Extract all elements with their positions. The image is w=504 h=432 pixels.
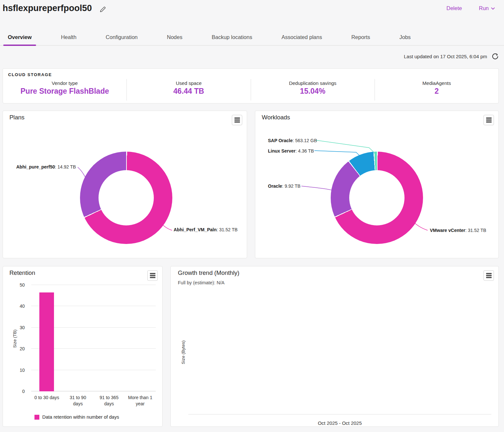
tab-health[interactable]: Health [56, 29, 81, 46]
stat-value: 46.44 TB [127, 87, 250, 96]
y-tick-label: 10 [20, 368, 25, 373]
workloads-slice-label: SAP Oracle: 563.12 GB [268, 138, 317, 143]
x-category-label: 91 to 365 days [94, 395, 125, 407]
plans-menu-button[interactable] [232, 115, 242, 125]
retention-legend[interactable]: Data retention within number of days [34, 414, 119, 420]
retention-title: Retention [9, 269, 35, 277]
stat-value: Pure Storage FlashBlade [3, 87, 126, 96]
growth-trend-menu-button[interactable] [484, 270, 494, 281]
legend-swatch [34, 415, 39, 420]
cloud-storage-stats: Vendor type Pure Storage FlashBlade Used… [3, 79, 498, 101]
tab-reports[interactable]: Reports [347, 29, 375, 46]
workloads-slice-label: Oracle: 9.92 TB [268, 183, 300, 189]
tab-jobs[interactable]: Jobs [395, 29, 415, 46]
stat-label: Vendor type [3, 80, 126, 86]
workloads-slice-label: VMware vCenter: 31.52 TB [430, 228, 486, 233]
x-category-label: 31 to 90 days [62, 395, 94, 407]
plans-slice-label: Abhi_pure_perf50: 14.92 TB [16, 164, 76, 169]
cloud-storage-heading: CLOUD STORAGE [8, 72, 52, 77]
last-updated-text: Last updated on 17 Oct 2025, 6:04 pm [404, 54, 487, 59]
run-button-label: Run [479, 5, 489, 11]
workloads-slice-label: Linux Server: 4.36 TB [268, 148, 314, 154]
delete-button[interactable]: Delete [446, 5, 462, 11]
plans-slice-label: Abhi_Perf_VM_Paln: 31.52 TB [174, 227, 238, 232]
chevron-down-icon [491, 7, 495, 10]
plans-donut-chart[interactable] [80, 152, 172, 244]
y-tick-label: 30 [20, 325, 25, 330]
retention-plot-area [31, 285, 156, 391]
retention-x-categories: 0 to 30 days31 to 90 days91 to 365 daysM… [31, 395, 156, 407]
stat-dedup-savings: Deduplication savings 15.04% [251, 79, 375, 101]
edit-title-icon[interactable] [99, 6, 106, 13]
workloads-menu-button[interactable] [484, 115, 494, 125]
growth-x-axis-label: Oct 2025 - Oct 2025 [188, 420, 491, 426]
plans-panel: Plans Abhi_pure_perf50: 14.92 TB Abhi_Pe… [3, 111, 247, 258]
y-tick-label: 50 [20, 282, 25, 288]
growth-full-by-estimate: Full by (estimate): N/A [178, 280, 224, 285]
delete-button-label: Delete [446, 5, 462, 11]
retention-bars[interactable] [31, 285, 156, 391]
bar-slot[interactable] [125, 285, 156, 391]
legend-label: Data retention within number of days [42, 414, 119, 420]
bar-slot[interactable] [94, 285, 125, 391]
retention-menu-button[interactable] [147, 270, 158, 281]
stat-media-agents: MediaAgents 2 [375, 79, 498, 101]
last-updated-row: Last updated on 17 Oct 2025, 6:04 pm [404, 53, 499, 60]
workloads-panel: Workloads SAP Oracle: 563.12 GB Linux Se… [255, 111, 499, 258]
bar-slot[interactable] [62, 285, 94, 391]
retention-bar[interactable] [39, 292, 54, 391]
workloads-title: Workloads [262, 114, 290, 121]
stat-value: 2 [375, 87, 498, 96]
growth-trend-title: Growth trend (Monthly) [178, 269, 239, 277]
connector-line [316, 140, 374, 153]
y-tick-label: 40 [20, 304, 25, 309]
stat-label: Deduplication savings [251, 80, 375, 86]
workloads-donut-chart[interactable] [331, 152, 423, 244]
y-tick-label: 0 [22, 389, 25, 394]
page-title: hsflexpureperfpool50 [3, 3, 92, 13]
retention-panel: Retention Size (TB) 01020304050 0 to 30 … [3, 266, 163, 427]
tab-nodes[interactable]: Nodes [162, 29, 187, 46]
x-category-label: More than 1 year [125, 395, 156, 407]
refresh-icon[interactable] [492, 53, 499, 60]
bar-slot[interactable] [31, 285, 62, 391]
stat-label: Used space [127, 80, 250, 86]
growth-y-axis-label: Size (Bytes) [180, 320, 186, 385]
y-tick-label: 20 [20, 346, 25, 351]
plans-title: Plans [9, 114, 24, 121]
header-actions: Delete Run [446, 5, 495, 11]
tab-associated-plans[interactable]: Associated plans [277, 29, 327, 46]
growth-x-axis-line [188, 414, 491, 414]
storage-pool-overview-page: hsflexpureperfpool50 Delete Run Overview… [0, 0, 504, 432]
stat-value: 15.04% [251, 87, 375, 96]
retention-y-ticks: 01020304050 [11, 285, 25, 391]
growth-trend-panel: Growth trend (Monthly) Full by (estimate… [170, 266, 499, 427]
stat-used-space: Used space 46.44 TB [126, 79, 250, 101]
cloud-storage-card: CLOUD STORAGE Vendor type Pure Storage F… [3, 68, 499, 103]
stat-label: MediaAgents [375, 80, 498, 86]
tab-configuration[interactable]: Configuration [101, 29, 142, 46]
run-button[interactable]: Run [479, 5, 495, 11]
x-category-label: 0 to 30 days [31, 395, 62, 407]
tab-overview[interactable]: Overview [3, 29, 36, 46]
connector-line [301, 186, 333, 190]
stat-vendor-type: Vendor type Pure Storage FlashBlade [3, 79, 126, 101]
tab-bar: Overview Health Configuration Nodes Back… [0, 29, 504, 46]
tab-backup-locations[interactable]: Backup locations [207, 29, 257, 46]
